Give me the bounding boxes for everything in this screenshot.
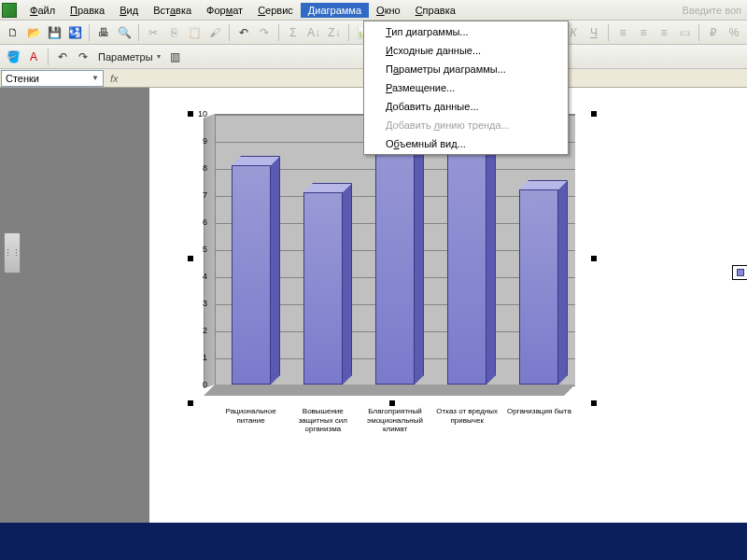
menu-item[interactable]: Параметры диаграммы... xyxy=(365,60,567,78)
font-color-icon[interactable]: A xyxy=(24,48,43,66)
app-icon xyxy=(2,3,17,18)
menubar: Файл Правка Вид Вставка Формат Сервис Ди… xyxy=(0,0,747,21)
task-pane-handle[interactable]: ⋮⋮ xyxy=(4,232,21,273)
menu-item[interactable]: Размещение... xyxy=(365,78,567,97)
align-left-icon[interactable]: ≡ xyxy=(613,23,632,42)
legend[interactable]: Оценка xyxy=(732,265,747,280)
print-icon[interactable]: 🖶 xyxy=(94,23,113,42)
fx-icon[interactable]: fx xyxy=(105,73,124,84)
x-tick-label: Рациональное питание xyxy=(215,407,287,434)
merge-icon[interactable]: ▭ xyxy=(675,23,694,42)
copy-icon[interactable]: ⎘ xyxy=(164,23,183,42)
menu-item[interactable]: Исходные данные... xyxy=(365,41,567,60)
outline-gutter: ⋮⋮ xyxy=(0,88,149,523)
menu-item: Добавить линию тренда... xyxy=(365,116,567,134)
undo2-icon[interactable]: ↶ xyxy=(53,48,72,66)
permission-icon[interactable]: 🛂 xyxy=(65,23,84,42)
x-tick-label: Отказ от вредных привычек xyxy=(431,407,503,434)
cut-icon[interactable]: ✂ xyxy=(144,23,162,42)
open-icon[interactable]: 📂 xyxy=(24,23,43,42)
selection-handle[interactable] xyxy=(591,111,597,117)
menu-tools[interactable]: Сервис xyxy=(250,3,301,18)
object-browser-icon[interactable]: ▥ xyxy=(166,48,185,66)
currency-icon[interactable]: ₽ xyxy=(704,23,723,42)
menu-item[interactable]: Добавить данные... xyxy=(365,97,567,116)
y-tick-label: 3 xyxy=(189,299,207,308)
menu-file[interactable]: Файл xyxy=(22,3,63,18)
y-tick-label: 7 xyxy=(189,190,207,200)
menu-edit[interactable]: Правка xyxy=(63,3,112,18)
chart-floor xyxy=(204,385,575,396)
x-tick-label: Благоприятный эмоциональный климат xyxy=(359,407,430,434)
align-right-icon[interactable]: ≡ xyxy=(655,23,673,42)
selection-handle[interactable] xyxy=(188,400,193,406)
selection-handle[interactable] xyxy=(591,256,597,261)
align-center-icon[interactable]: ≡ xyxy=(634,23,653,42)
separator xyxy=(138,24,139,41)
redo2-icon[interactable]: ↷ xyxy=(74,48,92,66)
name-box-value: Стенки xyxy=(6,73,39,84)
chart-menu-dropdown: Тип диаграммы...Исходные данные...Параме… xyxy=(363,21,569,155)
selection-handle[interactable] xyxy=(591,400,597,406)
paste-icon[interactable]: 📋 xyxy=(185,23,204,42)
menu-window[interactable]: Окно xyxy=(369,3,408,18)
menu-chart[interactable]: Диаграмма xyxy=(301,3,369,18)
selection-handle[interactable] xyxy=(389,400,395,406)
y-tick-label: 8 xyxy=(189,163,207,173)
menu-item[interactable]: Тип диаграммы... xyxy=(365,22,567,41)
plot-area[interactable]: 012345678910 xyxy=(190,114,594,403)
undo-icon[interactable]: ↶ xyxy=(234,23,253,42)
new-icon[interactable]: 🗋 xyxy=(4,23,22,42)
separator xyxy=(348,24,349,41)
separator xyxy=(278,24,279,41)
x-tick-label: Организация быта xyxy=(503,407,575,434)
menu-item[interactable]: Объемный вид... xyxy=(365,134,567,153)
autosum-icon[interactable]: Σ xyxy=(284,23,303,42)
y-tick-label: 5 xyxy=(189,245,207,254)
fill-color-icon[interactable]: 🪣 xyxy=(4,48,22,66)
separator xyxy=(698,24,699,41)
y-tick-label: 6 xyxy=(189,217,207,227)
y-tick-label: 1 xyxy=(189,353,207,362)
separator xyxy=(89,24,90,41)
name-box[interactable]: Стенки ▼ xyxy=(1,70,104,87)
x-axis-labels: Рациональное питаниеВовышение защитных с… xyxy=(215,407,575,434)
menu-insert[interactable]: Вставка xyxy=(146,3,199,18)
y-tick-label: 9 xyxy=(189,136,207,146)
redo-icon[interactable]: ↷ xyxy=(255,23,274,42)
y-tick-label: 4 xyxy=(189,272,207,281)
y-tick-label: 2 xyxy=(189,326,207,335)
separator xyxy=(48,49,49,65)
save-icon[interactable]: 💾 xyxy=(45,23,63,42)
y-tick-label: 0 xyxy=(189,380,207,389)
percent-icon[interactable]: % xyxy=(725,23,743,42)
format-painter-icon[interactable]: 🖌 xyxy=(205,23,224,42)
sort-desc-icon[interactable]: Z↓ xyxy=(325,23,344,42)
menu-help[interactable]: Справка xyxy=(408,3,463,18)
sort-asc-icon[interactable]: A↓ xyxy=(304,23,323,42)
menu-format[interactable]: Формат xyxy=(199,3,250,18)
separator xyxy=(229,24,230,41)
legend-swatch xyxy=(737,269,744,276)
chevron-down-icon: ▼ xyxy=(92,74,99,82)
menu-view[interactable]: Вид xyxy=(112,3,146,18)
y-tick-label: 10 xyxy=(189,109,207,119)
selection-handle[interactable] xyxy=(188,256,193,261)
underline-icon[interactable]: Ч xyxy=(585,23,603,42)
separator xyxy=(608,24,609,41)
preview-icon[interactable]: 🔍 xyxy=(115,23,134,42)
params-dropdown[interactable]: Параметры xyxy=(94,51,164,63)
help-search-hint[interactable]: Введите воп xyxy=(683,5,745,16)
x-tick-label: Вовышение защитных сил организма xyxy=(287,407,359,434)
